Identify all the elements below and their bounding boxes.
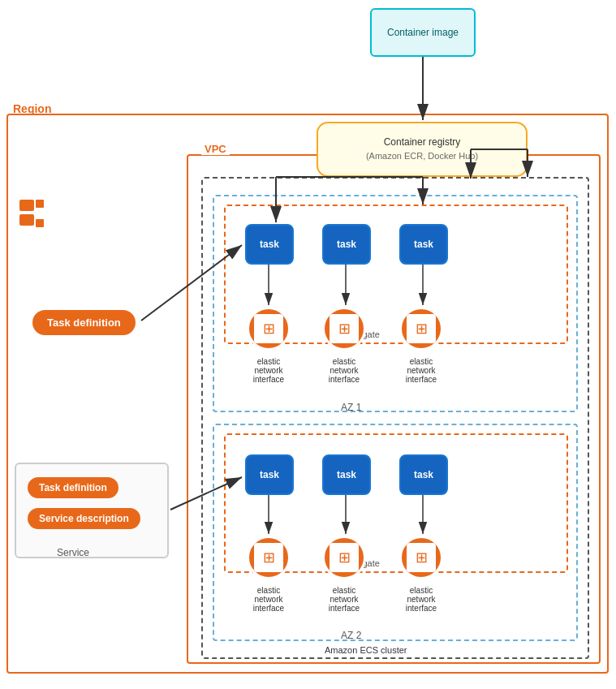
az1-eni-1: ⊞ — [247, 307, 291, 351]
vpc-label: VPC — [201, 143, 230, 155]
service-task-def-label: Task definition — [39, 482, 107, 493]
az2-eni-3-label: elastic networkinterface — [394, 586, 448, 613]
az1-task-1: task — [245, 224, 294, 265]
az2-eni-1-label: elastic networkinterface — [242, 586, 295, 613]
container-image-label: Container image — [387, 27, 459, 38]
container-registry-box: Container registry(Amazon ECR, Docker Hu… — [317, 122, 528, 177]
service-desc-button[interactable]: Service description — [28, 508, 140, 529]
az1-eni-1-label: elastic networkinterface — [242, 357, 295, 384]
az1-task-3: task — [399, 224, 448, 265]
az2-label: AZ 2 — [341, 630, 361, 641]
aws-ecs-icon — [18, 193, 58, 234]
az1-task-1-label: task — [260, 239, 279, 250]
az2-task-2-label: task — [337, 469, 356, 480]
az2-eni-2-label: elastic networkinterface — [317, 586, 371, 613]
az1-eni-3-label: elastic networkinterface — [394, 357, 448, 384]
az1-eni-1-icon: ⊞ — [263, 320, 275, 338]
service-box: Task definition Service description — [15, 463, 169, 558]
az2-eni-1: ⊞ — [247, 536, 291, 579]
svg-rect-2 — [36, 200, 44, 208]
az1-eni-2-inner: ⊞ — [330, 314, 359, 343]
az1-task-2-label: task — [337, 239, 356, 250]
svg-rect-1 — [19, 214, 34, 226]
az2-eni-3-inner: ⊞ — [407, 543, 436, 572]
svg-rect-3 — [36, 219, 44, 227]
az2-task-1-label: task — [260, 469, 279, 480]
az1-eni-3-icon: ⊞ — [416, 320, 428, 338]
az1-eni-3: ⊞ — [399, 307, 443, 351]
task-definition-button[interactable]: Task definition — [32, 310, 136, 335]
ecs-cluster-label: Amazon ECS cluster — [325, 645, 407, 655]
az2-eni-2-inner: ⊞ — [330, 543, 359, 572]
az1-task-2: task — [322, 224, 371, 265]
svg-rect-0 — [19, 200, 34, 211]
az1-eni-1-inner: ⊞ — [254, 314, 283, 343]
region-label: Region — [13, 102, 51, 115]
az1-eni-3-inner: ⊞ — [407, 314, 436, 343]
az2-eni-3: ⊞ — [399, 536, 443, 579]
service-task-def-button[interactable]: Task definition — [28, 477, 118, 498]
az2-eni-1-inner: ⊞ — [254, 543, 283, 572]
container-registry-label: Container registry(Amazon ECR, Docker Hu… — [366, 136, 478, 163]
container-image-box: Container image — [370, 8, 476, 57]
az1-eni-2: ⊞ — [322, 307, 366, 351]
az2-eni-1-icon: ⊞ — [263, 549, 275, 566]
diagram-container: Region VPC Amazon ECS cluster AZ 1 Farga… — [0, 0, 616, 689]
az2-eni-3-icon: ⊞ — [416, 549, 428, 566]
az1-label: AZ 1 — [341, 402, 361, 413]
task-definition-label: Task definition — [47, 317, 121, 329]
az1-eni-2-icon: ⊞ — [338, 320, 351, 338]
az2-task-3: task — [399, 454, 448, 495]
az2-eni-2: ⊞ — [322, 536, 366, 579]
az2-task-3-label: task — [414, 469, 433, 480]
az2-eni-2-icon: ⊞ — [338, 549, 351, 566]
service-desc-label: Service description — [39, 513, 129, 524]
az2-task-2: task — [322, 454, 371, 495]
az2-task-1: task — [245, 454, 294, 495]
service-label: Service — [57, 547, 89, 558]
az1-eni-2-label: elastic networkinterface — [317, 357, 371, 384]
az1-task-3-label: task — [414, 239, 433, 250]
